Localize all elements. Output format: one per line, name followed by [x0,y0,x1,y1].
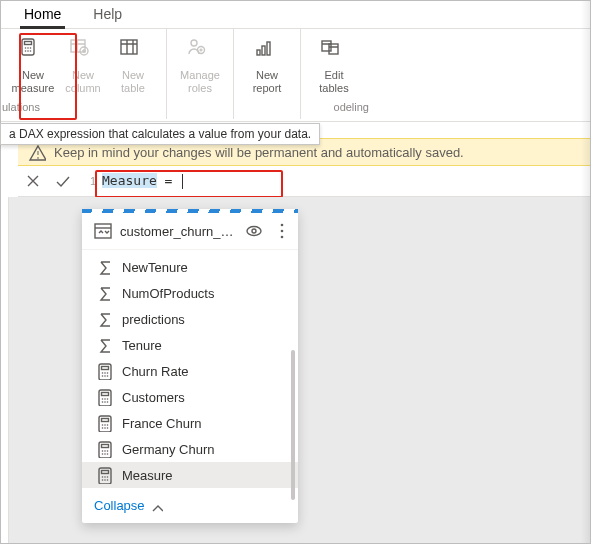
pane-title: customer_churn_test_... [120,224,236,239]
field-label: France Churn [122,416,201,431]
fields-list: NewTenureNumOfProductspredictionsTenureC… [82,250,298,490]
new-column-button[interactable]: New column [58,35,108,95]
calculator-icon [96,362,112,380]
field-item[interactable]: Churn Rate [82,358,298,384]
manage-roles-button[interactable]: Manage roles [175,35,225,95]
field-label: Churn Rate [122,364,188,379]
right-shadow [581,0,591,544]
field-label: NewTenure [122,260,188,275]
more-vertical-icon [272,221,292,241]
table-icon [119,37,147,65]
calculator-icon [19,37,47,65]
ribbon-group-partial-left: ulations [2,101,40,113]
sigma-icon [96,310,112,328]
close-icon [24,172,42,190]
tooltip: a DAX expression that calculates a value… [0,123,320,145]
edit-tables-button[interactable]: Edit tables [309,35,359,95]
formula-commit-button[interactable] [48,166,78,196]
formula-cancel-button[interactable] [18,166,48,196]
field-item[interactable]: Customers [82,384,298,410]
field-label: Customers [122,390,185,405]
field-item[interactable]: predictions [82,306,298,332]
visibility-toggle[interactable] [244,221,264,241]
pane-header: customer_churn_test_... [82,213,298,250]
field-label: predictions [122,312,185,327]
ribbon: New measure New column New table ulation… [0,29,591,122]
fields-pane: customer_churn_test_... NewTenureNumOfPr… [82,209,298,523]
edit-tables-icon [320,37,348,65]
ribbon-group-partial-right: odeling [334,101,369,113]
chevron-up-icon [149,499,163,513]
field-item[interactable]: Measure [82,462,298,488]
notice-text: Keep in mind your changes will be perman… [54,145,464,160]
bar-chart-icon [253,37,281,65]
new-measure-button[interactable]: New measure [8,35,58,95]
formula-line-number: 1 [78,175,102,187]
eye-icon [244,221,264,241]
left-rail [0,197,9,544]
field-item[interactable]: France Churn [82,410,298,436]
calculator-icon [96,440,112,458]
sigma-icon [96,258,112,276]
roles-icon [186,37,214,65]
calculator-icon [96,414,112,432]
formula-input[interactable]: Measure = [102,173,183,189]
new-report-button[interactable]: New report [242,35,292,95]
field-item[interactable]: Germany Churn [82,436,298,462]
field-item[interactable]: Tenure [82,332,298,358]
scrollbar[interactable] [291,350,295,500]
calculator-icon [96,466,112,484]
canvas-stage: customer_churn_test_... NewTenureNumOfPr… [0,197,591,544]
field-label: Germany Churn [122,442,214,457]
field-item[interactable]: NewTenure [82,254,298,280]
ribbon-tabstrip: Home Help [0,0,591,29]
tab-help[interactable]: Help [91,6,124,28]
calculator-icon [96,388,112,406]
table-swap-icon [92,221,112,241]
sigma-icon [96,284,112,302]
sigma-icon [96,336,112,354]
table-plus-icon [69,37,97,65]
tab-home[interactable]: Home [22,6,63,28]
field-label: NumOfProducts [122,286,214,301]
collapse-button[interactable]: Collapse [82,490,298,523]
new-table-button[interactable]: New table [108,35,158,95]
field-label: Measure [122,468,173,483]
formula-bar: 1 Measure = [18,166,591,197]
check-icon [54,172,72,190]
pane-more-button[interactable] [272,221,292,241]
field-label: Tenure [122,338,162,353]
warning-icon [28,143,46,161]
field-item[interactable]: NumOfProducts [82,280,298,306]
